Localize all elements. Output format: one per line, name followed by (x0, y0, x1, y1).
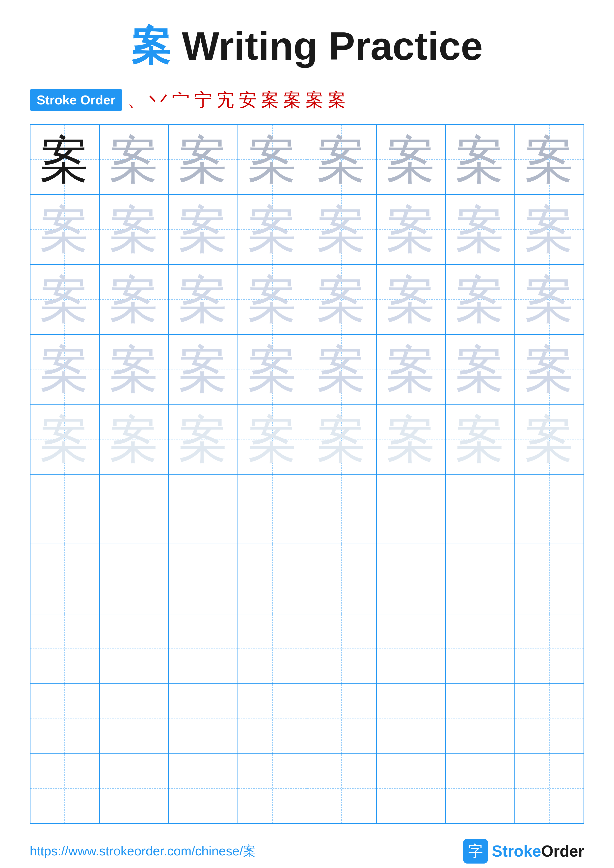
grid-cell-10-8[interactable] (515, 754, 584, 823)
grid-cell-2-3[interactable]: 案 (169, 195, 238, 264)
grid-cell-2-7[interactable]: 案 (446, 195, 515, 264)
grid-cell-10-7[interactable] (446, 754, 515, 823)
grid-cell-8-7[interactable] (446, 614, 515, 684)
grid-cell-5-3[interactable]: 案 (169, 405, 238, 474)
stroke-seq-4: 宁 (194, 88, 212, 112)
cell-char: 案 (109, 344, 159, 394)
grid-cell-8-2[interactable] (100, 614, 169, 684)
footer: https://www.strokeorder.com/chinese/案 字 … (30, 824, 584, 863)
grid-cell-2-6[interactable]: 案 (377, 195, 446, 264)
grid-cell-9-8[interactable] (515, 684, 584, 753)
grid-cell-6-7[interactable] (446, 474, 515, 544)
grid-cell-4-5[interactable]: 案 (307, 335, 377, 404)
grid-cell-6-6[interactable] (377, 474, 446, 544)
grid-row-7 (31, 544, 583, 614)
grid-cell-1-8[interactable]: 案 (515, 125, 584, 194)
grid-cell-10-2[interactable] (100, 754, 169, 823)
grid-cell-7-7[interactable] (446, 544, 515, 614)
grid-cell-1-3[interactable]: 案 (169, 125, 238, 194)
grid-cell-9-7[interactable] (446, 684, 515, 753)
grid-cell-5-4[interactable]: 案 (238, 405, 308, 474)
grid-cell-7-4[interactable] (238, 544, 308, 614)
grid-cell-4-6[interactable]: 案 (377, 335, 446, 404)
grid-cell-7-2[interactable] (100, 544, 169, 614)
grid-cell-2-2[interactable]: 案 (100, 195, 169, 264)
cell-char: 案 (455, 414, 505, 464)
grid-cell-9-1[interactable] (31, 684, 100, 753)
grid-cell-7-5[interactable] (307, 544, 377, 614)
grid-cell-1-4[interactable]: 案 (238, 125, 308, 194)
grid-cell-4-4[interactable]: 案 (238, 335, 308, 404)
grid-cell-2-5[interactable]: 案 (307, 195, 377, 264)
grid-cell-4-7[interactable]: 案 (446, 335, 515, 404)
grid-cell-10-3[interactable] (169, 754, 238, 823)
grid-cell-5-5[interactable]: 案 (307, 405, 377, 474)
cell-char: 案 (386, 135, 436, 184)
grid-cell-5-7[interactable]: 案 (446, 405, 515, 474)
stroke-seq-1: 、 (127, 88, 145, 112)
stroke-seq-10: 案 (328, 88, 346, 112)
grid-cell-3-4[interactable]: 案 (238, 265, 308, 334)
grid-cell-10-4[interactable] (238, 754, 308, 823)
grid-cell-8-1[interactable] (31, 614, 100, 684)
cell-char: 案 (248, 135, 297, 184)
grid-cell-2-1[interactable]: 案 (31, 195, 100, 264)
grid-cell-6-2[interactable] (100, 474, 169, 544)
grid-cell-6-3[interactable] (169, 474, 238, 544)
grid-cell-7-1[interactable] (31, 544, 100, 614)
grid-cell-4-2[interactable]: 案 (100, 335, 169, 404)
grid-cell-1-1[interactable]: 案 (31, 125, 100, 194)
grid-cell-6-4[interactable] (238, 474, 308, 544)
cell-char: 案 (109, 135, 159, 184)
grid-cell-10-5[interactable] (307, 754, 377, 823)
grid-cell-4-1[interactable]: 案 (31, 335, 100, 404)
cell-char: 案 (455, 135, 505, 184)
grid-cell-5-6[interactable]: 案 (377, 405, 446, 474)
grid-cell-1-2[interactable]: 案 (100, 125, 169, 194)
grid-cell-3-6[interactable]: 案 (377, 265, 446, 334)
grid-cell-9-3[interactable] (169, 684, 238, 753)
grid-cell-9-5[interactable] (307, 684, 377, 753)
grid-cell-10-1[interactable] (31, 754, 100, 823)
grid-cell-3-5[interactable]: 案 (307, 265, 377, 334)
grid-cell-3-8[interactable]: 案 (515, 265, 584, 334)
grid-cell-7-3[interactable] (169, 544, 238, 614)
brand-stroke: Stroke (492, 842, 541, 860)
grid-cell-6-5[interactable] (307, 474, 377, 544)
grid-cell-7-6[interactable] (377, 544, 446, 614)
footer-url[interactable]: https://www.strokeorder.com/chinese/案 (30, 843, 256, 860)
brand-name: StrokeOrder (492, 842, 584, 860)
grid-cell-6-8[interactable] (515, 474, 584, 544)
grid-cell-8-6[interactable] (377, 614, 446, 684)
grid-cell-4-3[interactable]: 案 (169, 335, 238, 404)
grid-cell-6-1[interactable] (31, 474, 100, 544)
grid-cell-1-6[interactable]: 案 (377, 125, 446, 194)
grid-cell-9-4[interactable] (238, 684, 308, 753)
grid-cell-9-6[interactable] (377, 684, 446, 753)
grid-cell-8-4[interactable] (238, 614, 308, 684)
cell-char: 案 (40, 274, 89, 324)
grid-cell-7-8[interactable] (515, 544, 584, 614)
stroke-seq-6: 安 (239, 88, 256, 112)
grid-cell-1-5[interactable]: 案 (307, 125, 377, 194)
grid-cell-4-8[interactable]: 案 (515, 335, 584, 404)
grid-cell-3-3[interactable]: 案 (169, 265, 238, 334)
grid-cell-8-5[interactable] (307, 614, 377, 684)
brand-order: Order (541, 842, 584, 860)
grid-cell-8-8[interactable] (515, 614, 584, 684)
cell-char: 案 (317, 274, 366, 324)
grid-cell-5-2[interactable]: 案 (100, 405, 169, 474)
cell-char: 案 (386, 414, 436, 464)
grid-cell-1-7[interactable]: 案 (446, 125, 515, 194)
grid-cell-2-4[interactable]: 案 (238, 195, 308, 264)
grid-cell-5-8[interactable]: 案 (515, 405, 584, 474)
grid-cell-2-8[interactable]: 案 (515, 195, 584, 264)
cell-char: 案 (248, 414, 297, 464)
grid-cell-3-1[interactable]: 案 (31, 265, 100, 334)
grid-cell-3-2[interactable]: 案 (100, 265, 169, 334)
grid-cell-9-2[interactable] (100, 684, 169, 753)
grid-cell-10-6[interactable] (377, 754, 446, 823)
grid-cell-8-3[interactable] (169, 614, 238, 684)
grid-cell-5-1[interactable]: 案 (31, 405, 100, 474)
grid-cell-3-7[interactable]: 案 (446, 265, 515, 334)
